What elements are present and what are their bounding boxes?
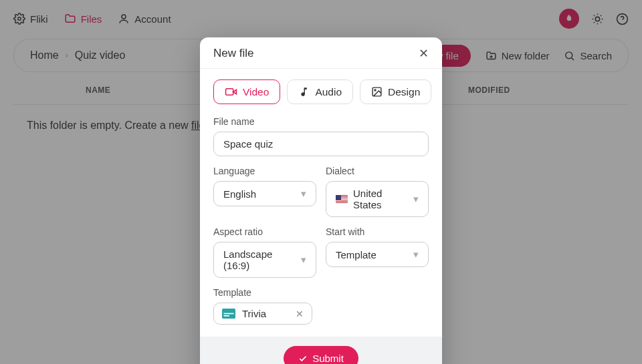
chevron-down-icon: ▾	[301, 254, 306, 266]
svg-rect-23	[224, 313, 234, 315]
submit-button[interactable]: Submit	[284, 346, 358, 364]
chevron-down-icon: ▾	[413, 193, 419, 205]
dialog-header: New file ✕	[200, 37, 442, 69]
tab-video[interactable]: Video	[213, 79, 280, 104]
tab-audio[interactable]: Audio	[287, 79, 353, 104]
filename-input[interactable]	[223, 138, 419, 150]
tab-video-label: Video	[243, 86, 269, 98]
modal-overlay[interactable]: New file ✕ Video Audio Design	[0, 0, 642, 364]
file-type-tabs: Video Audio Design	[213, 79, 429, 104]
aspect-field: Aspect ratio Landscape (16:9) ▾	[213, 226, 316, 278]
startwith-field: Start with Template ▾	[326, 226, 429, 278]
dialect-select[interactable]: United States ▾	[326, 181, 429, 217]
language-field: Language English ▾	[213, 166, 316, 217]
tab-design-label: Design	[388, 86, 420, 98]
filename-field: File name	[213, 116, 429, 156]
dialect-label: Dialect	[326, 166, 429, 176]
card-icon	[222, 309, 235, 319]
clear-template-icon[interactable]: ✕	[296, 309, 304, 319]
chevron-down-icon: ▾	[413, 248, 419, 260]
dialect-field: Dialect United States ▾	[326, 166, 429, 217]
aspect-label: Aspect ratio	[213, 226, 316, 237]
check-icon	[298, 354, 308, 363]
aspect-value: Landscape (16:9)	[223, 248, 301, 271]
tab-audio-label: Audio	[315, 86, 342, 98]
startwith-select[interactable]: Template ▾	[326, 242, 429, 267]
tab-design[interactable]: Design	[360, 79, 431, 104]
template-field: Template Trivia ✕	[213, 287, 429, 325]
image-icon	[371, 86, 383, 98]
template-value: Trivia	[242, 308, 266, 319]
flag-us-icon	[336, 195, 348, 203]
template-chip[interactable]: Trivia ✕	[213, 303, 312, 325]
language-value: English	[223, 188, 256, 200]
template-label: Template	[213, 287, 429, 298]
filename-label: File name	[213, 116, 429, 127]
filename-input-wrap[interactable]	[213, 132, 429, 156]
dialog-title: New file	[213, 47, 253, 60]
video-icon	[225, 85, 237, 98]
svg-rect-24	[224, 315, 229, 317]
startwith-label: Start with	[326, 226, 429, 237]
close-icon[interactable]: ✕	[419, 47, 429, 59]
dialog-footer: Submit	[200, 337, 442, 364]
dialog-body: Video Audio Design File name	[200, 69, 442, 337]
new-file-dialog: New file ✕ Video Audio Design	[200, 37, 442, 364]
svg-rect-19	[226, 89, 233, 96]
svg-point-21	[374, 89, 376, 91]
submit-label: Submit	[312, 353, 344, 364]
aspect-select[interactable]: Landscape (16:9) ▾	[213, 242, 316, 278]
dialect-value-wrap: United States	[336, 188, 413, 210]
language-label: Language	[213, 166, 316, 176]
dialect-value: United States	[353, 188, 413, 210]
chevron-down-icon: ▾	[301, 188, 306, 200]
music-icon	[298, 86, 310, 98]
startwith-value: Template	[336, 249, 377, 260]
language-select[interactable]: English ▾	[213, 181, 316, 206]
